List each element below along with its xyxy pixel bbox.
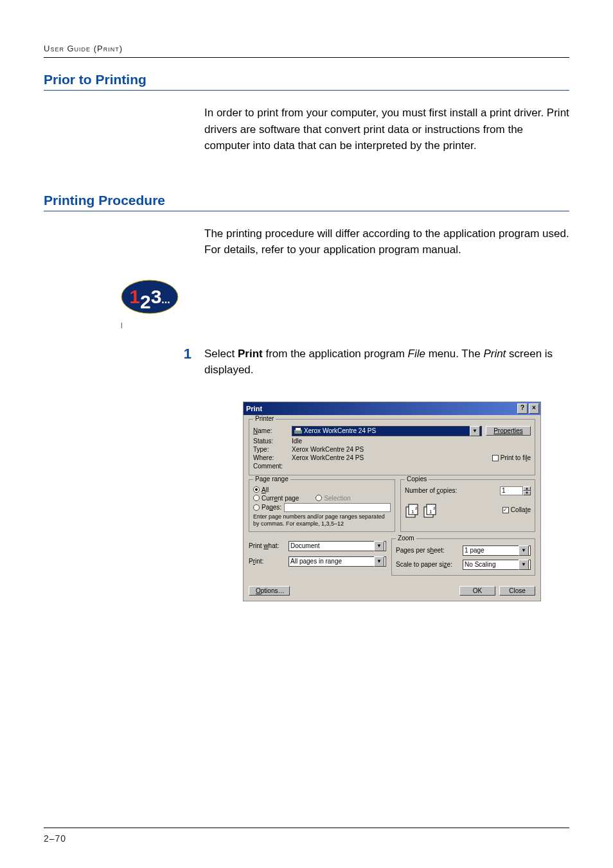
print-what-combo[interactable]: Document ▼ <box>289 541 386 551</box>
range-copies-row: Page range All Current page Selection <box>249 479 535 536</box>
scale-value: No Scaling <box>465 560 495 570</box>
spinner-buttons[interactable]: ▲▼ <box>523 486 531 495</box>
num-copies-label: Number of copies: <box>405 487 457 494</box>
printer-fieldset: Printer Name: Xerox WorkCentre 24 PS ▼ P… <box>249 419 535 475</box>
dialog-title: Print <box>246 405 516 412</box>
print-what-label: Print what: <box>249 542 289 549</box>
options-button[interactable]: Options… <box>249 586 290 596</box>
radio-all[interactable] <box>253 486 260 493</box>
footer-rule <box>44 828 569 828</box>
svg-text:1: 1 <box>411 509 414 515</box>
page: User Guide (Print) Prior to Printing In … <box>0 0 613 868</box>
page-range-fieldset: Page range All Current page Selection <box>249 479 395 532</box>
comment-label: Comment: <box>253 463 292 470</box>
dialog-button-row: Options… OK Close <box>249 586 535 596</box>
pages-input[interactable] <box>284 503 391 512</box>
where-label: Where: <box>253 454 292 461</box>
scale-label: Scale to paper size: <box>396 561 463 568</box>
svg-point-5 <box>300 431 301 432</box>
pages-help-text: Enter page numbers and/or page ranges se… <box>253 513 391 527</box>
spacer <box>44 173 569 186</box>
dropdown-caret-icon: ▼ <box>519 560 529 570</box>
section-title-printing-procedure: Printing Procedure <box>44 193 569 211</box>
scale-combo[interactable]: No Scaling ▼ <box>463 560 531 570</box>
radio-selection-label: Selection <box>324 495 350 502</box>
print-range-value: All pages in range <box>290 556 342 567</box>
page-range-legend: Page range <box>253 475 290 483</box>
dropdown-caret-icon: ▼ <box>519 545 529 556</box>
help-button[interactable]: ? <box>517 403 528 414</box>
collate-label: Collate <box>511 506 531 513</box>
step1-print-bold: Print <box>238 348 263 360</box>
print-to-file-label: Print to file <box>501 454 531 461</box>
status-value: Idle <box>292 438 531 445</box>
print-to-file-checkbox[interactable] <box>492 455 499 461</box>
pages-per-sheet-value: 1 page <box>465 545 484 556</box>
step1-text-a: Select <box>204 348 238 360</box>
printwhat-col: Print what: Document ▼ Print: All pages … <box>249 538 386 580</box>
printer-name-combo[interactable]: Xerox WorkCentre 24 PS ▼ <box>292 426 482 436</box>
step-1-body: Select Print from the application progra… <box>204 346 569 378</box>
section-body-prior-to-printing: In order to print from your computer, yo… <box>204 105 569 154</box>
pages-per-sheet-label: Pages per sheet: <box>396 547 463 554</box>
print-dialog: Print ? × Printer Name: Xerox WorkCentre… <box>243 402 541 601</box>
where-value: Xerox WorkCentre 24 PS <box>292 454 492 461</box>
step1-text-b: from the application program <box>263 348 408 360</box>
zoom-legend: Zoom <box>396 535 416 542</box>
copies-fieldset: Copies Number of copies: 1 ▲▼ <box>400 479 535 532</box>
radio-current-page[interactable] <box>253 495 260 501</box>
page-number: 2–70 <box>44 833 66 844</box>
step1-text-c: menu. The <box>425 348 483 360</box>
svg-rect-4 <box>296 428 301 430</box>
printer-legend: Printer <box>253 415 276 422</box>
dialog-body: Printer Name: Xerox WorkCentre 24 PS ▼ P… <box>244 415 540 601</box>
dropdown-caret-icon: ▼ <box>374 541 384 551</box>
printer-icon <box>294 427 303 435</box>
print-to-file-option[interactable]: Print to file <box>492 454 531 461</box>
radio-pages[interactable] <box>253 504 260 511</box>
num-copies-spinner[interactable]: 1 ▲▼ <box>500 486 531 495</box>
step-number-column: 1 <box>44 346 204 378</box>
section-title-prior-to-printing: Prior to Printing <box>44 72 569 91</box>
collate-checkbox[interactable]: ✓ <box>502 507 509 513</box>
step-1: 1 Select Print from the application prog… <box>44 346 569 378</box>
num-copies-value[interactable]: 1 <box>500 486 523 495</box>
radio-pages-label: Pages: <box>262 504 281 511</box>
status-label: Status: <box>253 438 292 445</box>
zoom-fieldset: Zoom Pages per sheet: 1 page ▼ Scale to … <box>391 538 535 576</box>
step-number-1: 1 <box>184 346 191 362</box>
name-label: Name: <box>253 427 292 434</box>
radio-all-label: All <box>262 486 269 493</box>
ok-button[interactable]: OK <box>459 586 495 596</box>
printer-name-value: Xerox WorkCentre 24 PS <box>304 426 376 436</box>
section-body-printing-procedure: The printing procedure will differ accor… <box>204 226 569 258</box>
steps-badge: 123... l <box>114 278 569 330</box>
dropdown-caret-icon: ▼ <box>374 556 384 567</box>
running-header: User Guide (Print) <box>44 44 569 58</box>
type-value: Xerox WorkCentre 24 PS <box>292 446 531 453</box>
badge-123-icon: 123... <box>114 278 185 316</box>
properties-button[interactable]: Properties <box>486 426 531 436</box>
radio-selection <box>315 495 322 501</box>
step1-print-italic: Print <box>483 348 506 360</box>
print-range-label: Print: <box>249 558 289 565</box>
svg-text:1: 1 <box>429 509 432 515</box>
copies-legend: Copies <box>405 475 429 483</box>
radio-current-page-label: Current page <box>262 495 299 502</box>
dropdown-caret-icon: ▼ <box>470 426 480 436</box>
step1-file-italic: File <box>408 348 425 360</box>
printwhat-zoom-row: Print what: Document ▼ Print: All pages … <box>249 538 535 580</box>
collate-icon: 12 12 <box>405 500 440 520</box>
print-what-value: Document <box>290 541 320 551</box>
pages-per-sheet-combo[interactable]: 1 page ▼ <box>463 545 531 556</box>
type-label: Type: <box>253 446 292 453</box>
dialog-titlebar: Print ? × <box>244 402 540 415</box>
print-range-combo[interactable]: All pages in range ▼ <box>289 556 386 567</box>
close-button[interactable]: Close <box>499 586 535 596</box>
close-window-button[interactable]: × <box>529 403 539 414</box>
